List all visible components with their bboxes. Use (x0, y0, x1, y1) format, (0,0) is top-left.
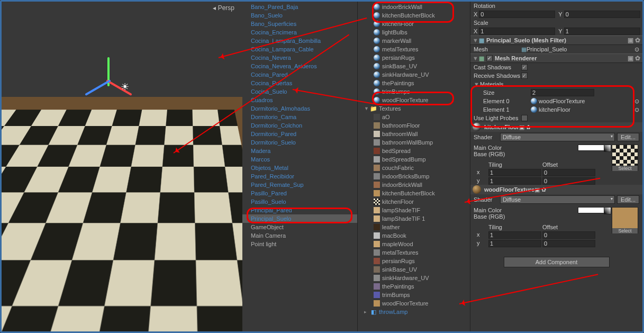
rotation-x-input[interactable] (479, 11, 555, 18)
project-material-item[interactable]: markerWall (358, 37, 470, 45)
hierarchy-item[interactable]: Objetos_Metal (242, 164, 357, 172)
mesh-value[interactable]: Principal_Suelo (527, 46, 567, 52)
hierarchy-item[interactable]: Dormitorio_Pared (242, 130, 357, 138)
hierarchy-item[interactable]: Pared_Recibidor (242, 172, 357, 181)
gear-icon[interactable]: ▣ ✿ (628, 55, 640, 62)
hierarchy-item[interactable]: Principal_Pared (242, 206, 357, 214)
receive-shadows-checkbox[interactable]: ✓ (521, 73, 528, 79)
project-texture-item[interactable]: persianRugs (358, 257, 470, 265)
hierarchy-item[interactable]: Cocina_Nevera (242, 53, 357, 62)
project-texture-item[interactable]: bathroomFloor (358, 121, 470, 130)
project-material-item[interactable]: kitchenFloor (358, 20, 470, 28)
project-material-item[interactable]: indoorBrickWall (358, 3, 470, 11)
light-icon[interactable]: ☀ (121, 81, 129, 93)
hierarchy-item[interactable]: Bano_Pared_Baja (242, 3, 357, 11)
hierarchy-item[interactable]: Dormitorio_Suelo (242, 138, 357, 147)
shader-dropdown[interactable]: Diffuse (500, 195, 615, 204)
project-texture-item[interactable]: aO (358, 113, 470, 121)
project-texture-item[interactable]: indoorBrickWall (358, 181, 470, 189)
material-kitchenfloor-header[interactable]: kitchenFloor ▣ ✿ (470, 122, 642, 132)
project-texture-item[interactable]: mapleWood (358, 240, 470, 248)
tiling-y-input[interactable] (488, 177, 541, 185)
object-picker-icon[interactable]: ⊙ (634, 46, 639, 53)
object-picker-icon[interactable]: ⊙ (634, 98, 639, 105)
hierarchy-item[interactable]: Dormitorio_Colchon (242, 121, 357, 130)
project-texture-item[interactable]: indoorBricksBump (358, 172, 470, 181)
hierarchy-item[interactable]: Cocina_Puertas (242, 79, 357, 87)
hierarchy-item[interactable]: Bano_Suelo (242, 11, 357, 20)
project-folder-textures[interactable]: ▼📁Textures (358, 104, 470, 113)
texture-select-button[interactable]: Select (612, 228, 638, 233)
project-material-item[interactable]: kitchenButcherBlock (358, 11, 470, 20)
shader-edit-button[interactable]: Edit... (617, 133, 639, 141)
hierarchy-item[interactable]: Cocina_Nevera_Asideros (242, 62, 357, 70)
project-texture-item[interactable]: kitchenFloor (358, 197, 470, 206)
project-texture-item[interactable]: woodFloorTexture (358, 299, 470, 308)
project-texture-item[interactable]: bedSpreadBump (358, 155, 470, 164)
tiling-x-input[interactable] (488, 169, 541, 176)
tiling-x-input[interactable] (488, 231, 541, 239)
main-color-swatch[interactable] (578, 145, 604, 151)
hierarchy-item[interactable]: Bano_Superficies (242, 20, 357, 28)
project-material-item[interactable]: sinkHardware_UV (358, 70, 470, 79)
mesh-renderer-enable-checkbox[interactable]: ✓ (486, 55, 493, 61)
mesh-filter-header[interactable]: ▼▦ Principal_Suelo (Mesh Filter) ▣ ✿ (470, 35, 642, 45)
hierarchy-item[interactable]: Principal_Suelo (242, 214, 357, 223)
element0-value[interactable]: woodFloorTexture (539, 98, 585, 104)
project-texture-item[interactable]: lampShadeTIF 1 (358, 214, 470, 223)
hierarchy-item[interactable]: GameObject (242, 223, 357, 231)
gear-icon[interactable]: ▣ ✿ (519, 124, 531, 131)
main-color-swatch[interactable] (578, 207, 604, 213)
hierarchy-item[interactable]: Pared_Remate_Sup (242, 181, 357, 189)
hierarchy-item[interactable]: Madera (242, 147, 357, 155)
project-texture-item[interactable]: kitchenButcherBlock (358, 189, 470, 197)
texture-select-button[interactable]: Select (612, 166, 638, 171)
project-material-item[interactable]: lightBulbs (358, 28, 470, 37)
project-material-item[interactable]: trimBumps (358, 87, 470, 96)
project-texture-item[interactable]: sinkBase_UV (358, 265, 470, 274)
light-probes-checkbox[interactable] (521, 115, 528, 121)
offset-y-input[interactable] (542, 240, 595, 247)
project-texture-item[interactable]: trimBumps (358, 291, 470, 299)
hierarchy-item[interactable]: Point light (242, 240, 357, 248)
project-texture-item[interactable]: sinkHardware_UV (358, 274, 470, 282)
tiling-y-input[interactable] (488, 240, 541, 247)
project-material-item[interactable]: metalTextures (358, 45, 470, 53)
project-texture-item[interactable]: leather (358, 223, 470, 231)
hierarchy-item[interactable]: Main Camera (242, 231, 357, 240)
shader-dropdown[interactable]: Diffuse (500, 133, 615, 141)
offset-x-input[interactable] (542, 169, 595, 176)
hierarchy-item[interactable]: Marcos (242, 155, 357, 164)
hierarchy-item[interactable]: Dormitorio_Almohadas (242, 104, 357, 113)
cast-shadows-checkbox[interactable]: ✓ (521, 64, 528, 70)
hierarchy-item[interactable]: Pasillo_Pared (242, 189, 357, 197)
scale-y-input[interactable] (564, 28, 640, 35)
project-prefab-item[interactable]: ▸◧throwLamp (358, 308, 470, 316)
hierarchy-item[interactable]: Cocina_Pared (242, 70, 357, 79)
gizmo-z-axis[interactable] (85, 79, 111, 96)
project-texture-item[interactable]: thePaintings (358, 282, 470, 291)
help-icon[interactable]: ▣ ✿ (628, 37, 640, 44)
project-texture-item[interactable]: metalTextures (358, 248, 470, 257)
rotation-y-input[interactable] (564, 11, 640, 18)
object-picker-icon[interactable]: ⊙ (634, 106, 639, 113)
hierarchy-item[interactable]: Dormitorio_Cama (242, 113, 357, 121)
project-texture-item[interactable]: lampShadeTIF (358, 206, 470, 214)
project-material-item[interactable]: sinkBase_UV (358, 62, 470, 70)
camera-mode-label[interactable]: Persp (213, 4, 234, 12)
mesh-renderer-header[interactable]: ▼▦ ✓ Mesh Renderer ▣ ✿ (470, 53, 642, 63)
project-texture-item[interactable]: bedSpread (358, 147, 470, 155)
texture-slot-wood[interactable]: Select (612, 207, 638, 233)
project-material-item[interactable]: thePaintings (358, 79, 470, 87)
project-texture-item[interactable]: couchFabric (358, 164, 470, 172)
project-texture-item[interactable]: bathroomWallBump (358, 138, 470, 147)
project-texture-item[interactable]: bathroomWall (358, 130, 470, 138)
scale-x-input[interactable] (479, 28, 555, 35)
project-texture-item[interactable]: macBook (358, 231, 470, 240)
hierarchy-item[interactable]: Pasillo_Suelo (242, 197, 357, 206)
offset-x-input[interactable] (542, 231, 595, 239)
add-component-button[interactable]: Add Component (504, 257, 610, 267)
materials-size-input[interactable] (531, 89, 594, 96)
scene-viewport[interactable]: ☀ Persp (2, 2, 242, 331)
project-material-item[interactable]: persianRugs (358, 53, 470, 62)
